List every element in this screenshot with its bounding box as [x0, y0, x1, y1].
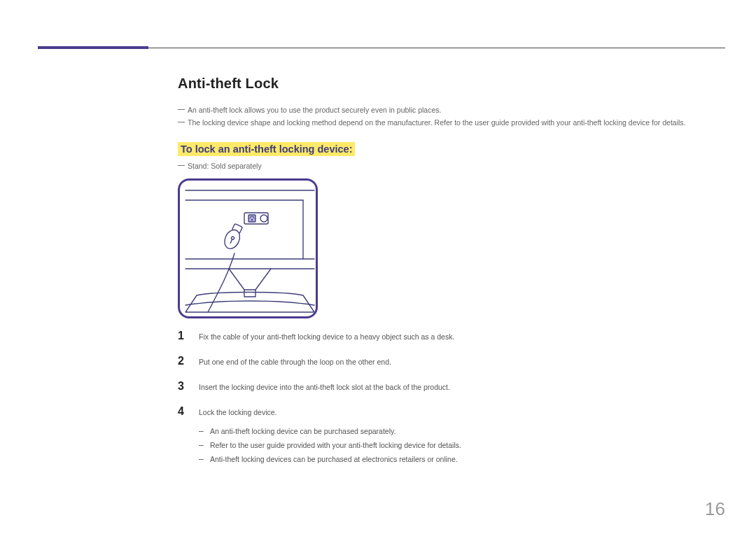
page-number: 16 — [705, 498, 725, 520]
content-area: Anti-theft Lock An anti-theft lock allow… — [178, 76, 725, 471]
step-text: Fix the cable of your anti-theft locking… — [199, 331, 454, 342]
svg-point-7 — [251, 219, 253, 220]
step-number: 3 — [178, 380, 188, 393]
step: 3 Insert the locking device into the ant… — [178, 380, 725, 393]
lock-diagram — [178, 178, 318, 318]
subsection-title: To lock an anti-theft locking device: — [178, 142, 355, 156]
sub-bullet: An anti-theft locking device can be purc… — [199, 425, 461, 437]
step-number: 2 — [178, 355, 188, 367]
step-number: 4 — [178, 405, 188, 418]
step: 4 Lock the locking device. An anti-theft… — [178, 405, 725, 467]
step-text: Lock the locking device. — [199, 407, 461, 418]
step-text: Insert the locking device into the anti-… — [199, 381, 450, 393]
step-number: 1 — [178, 330, 188, 342]
page: Anti-theft Lock An anti-theft lock allow… — [0, 0, 756, 534]
lock-diagram-svg — [180, 181, 318, 318]
step-text: Put one end of the cable through the loo… — [199, 356, 391, 367]
section-title: Anti-theft Lock — [178, 76, 725, 92]
svg-point-8 — [260, 215, 267, 222]
intro-note: The locking device shape and locking met… — [178, 117, 725, 128]
sub-bullet: Refer to the user guide provided with yo… — [199, 439, 461, 451]
step: 2 Put one end of the cable through the l… — [178, 355, 725, 367]
step: 1 Fix the cable of your anti-theft locki… — [178, 330, 725, 342]
step-body: Lock the locking device. An anti-theft l… — [199, 407, 461, 467]
sub-bullet-list: An anti-theft locking device can be purc… — [199, 425, 461, 465]
intro-note: An anti-theft lock allows you to use the… — [178, 104, 725, 115]
stand-note: Stand: Sold separately — [178, 160, 725, 171]
header-accent-bar — [38, 46, 148, 49]
sub-bullet: Anti-theft locking devices can be purcha… — [199, 453, 461, 465]
step-list: 1 Fix the cable of your anti-theft locki… — [178, 330, 725, 467]
